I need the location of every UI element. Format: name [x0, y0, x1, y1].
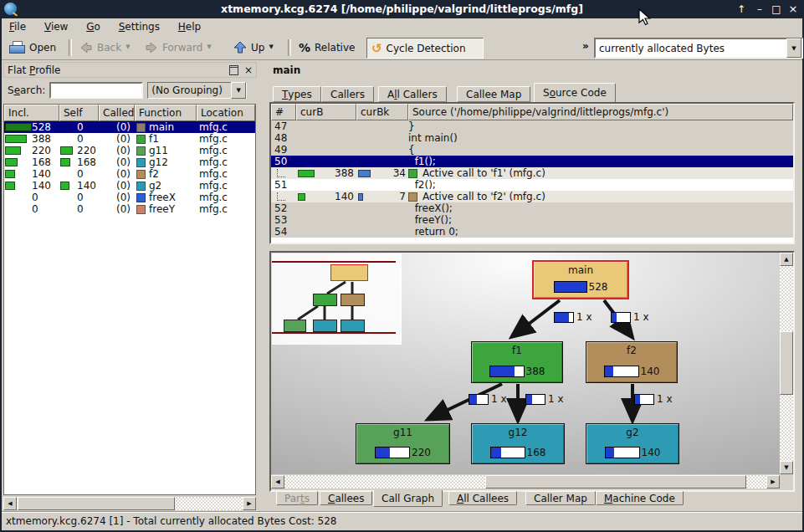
table-row-main[interactable]: 528 0 (0) main mfg.c	[4, 121, 255, 133]
source-line-selected[interactable]: 50 f1();	[271, 156, 793, 167]
up-button[interactable]: Up ▼	[229, 38, 278, 57]
tab-callers[interactable]: Callers	[321, 86, 374, 102]
dock-titlebar[interactable]: Flat Profile ×	[3, 62, 257, 78]
forward-button[interactable]: Forward ▼	[141, 38, 216, 57]
function-color-icon	[408, 192, 417, 202]
edge-label-f1-g11: 1 x	[469, 393, 507, 405]
menu-view[interactable]: View	[37, 18, 75, 36]
forward-arrow-icon	[145, 42, 158, 54]
table-row-g11[interactable]: 220 220 (0) g11 mfg.c	[4, 145, 255, 156]
table-row-f1[interactable]: 388 0 (0) f1 mfg.c	[4, 133, 255, 145]
toolbar-overflow-chevron[interactable]: »	[582, 40, 589, 52]
menu-help[interactable]: Help	[171, 18, 208, 36]
dock-float-icon[interactable]	[229, 65, 238, 75]
column-incl[interactable]: Incl.	[4, 105, 59, 121]
up-dropdown-icon[interactable]: ▼	[269, 44, 273, 50]
flat-profile-hscrollbar[interactable]: ◀ ▶	[3, 497, 256, 510]
table-row-freeY[interactable]: 0 0 (0) freeY mfg.c	[4, 203, 255, 215]
menu-go[interactable]: Go	[79, 18, 108, 36]
column-line[interactable]: #	[271, 104, 296, 120]
shade-button[interactable]: ↑	[734, 2, 749, 17]
tree-branch-icon	[277, 169, 285, 177]
graph-node-f2[interactable]: f2 140	[586, 341, 678, 383]
scrollbar-thumb[interactable]	[780, 331, 793, 395]
column-function[interactable]: Function	[135, 105, 197, 121]
scrollbar-thumb[interactable]	[485, 475, 746, 489]
source-line[interactable]: 53 freeY();	[271, 214, 793, 226]
tab-all-callees[interactable]: All Callees	[448, 491, 517, 505]
back-dropdown-icon[interactable]: ▼	[125, 44, 130, 50]
minimize-button[interactable]: –	[752, 2, 767, 17]
source-line[interactable]: 49{	[271, 144, 793, 156]
scroll-right-icon[interactable]: ▶	[243, 497, 256, 510]
source-line[interactable]: 52 freeX();	[271, 202, 793, 214]
tab-all-callers[interactable]: All Callers	[378, 86, 447, 102]
source-line[interactable]: 54 return 0;	[271, 226, 793, 238]
column-curb[interactable]: curB	[296, 104, 356, 120]
menu-file[interactable]: File	[2, 18, 33, 36]
call-graph-minimap[interactable]	[272, 253, 402, 345]
minimap-node	[313, 320, 337, 332]
table-row-g12[interactable]: 168 168 (0) g12 mfg.c	[4, 156, 255, 168]
relative-toggle[interactable]: % Relative	[294, 38, 359, 57]
function-color-icon	[136, 205, 146, 214]
call-graph-canvas[interactable]: main 528 f1 388 f2 140 g11 220 g12 168 g…	[271, 253, 780, 474]
source-header: # curB curBk Source ('/home/philippe/val…	[271, 104, 793, 120]
view-tabbar: Parts Callees Call Graph All Callees Cal…	[269, 491, 795, 509]
scroll-down-icon[interactable]: ▼	[780, 461, 793, 474]
tab-parts[interactable]: Parts	[276, 491, 318, 505]
scroll-up-icon[interactable]: ▲	[780, 253, 793, 266]
scrollbar-thumb[interactable]	[18, 497, 175, 510]
grouping-combobox[interactable]: (No Grouping) ▼	[147, 82, 247, 99]
title-bar[interactable]: xtmemory.kcg.6274 [/home/philippe/valgri…	[0, 0, 804, 18]
tab-call-graph[interactable]: Call Graph	[373, 490, 443, 507]
scroll-left-icon[interactable]: ◀	[271, 475, 284, 489]
status-text: xtmemory.kcg.6274 [1] - Total currently …	[6, 515, 336, 527]
dock-close-icon[interactable]: ×	[244, 64, 253, 76]
source-call-line-f1[interactable]: 388 34 Active call to 'f1' (mfg.c)	[271, 167, 793, 179]
column-self[interactable]: Self	[59, 105, 99, 121]
toolbar: Open Back ▼ Forward ▼ Up ▼ % Relative ↺ …	[2, 36, 802, 60]
maximize-button[interactable]: □	[769, 2, 784, 17]
graph-node-g11[interactable]: g11 220	[356, 423, 450, 464]
column-curbk[interactable]: curBk	[356, 104, 408, 120]
graph-node-g12[interactable]: g12 168	[471, 423, 565, 464]
forward-dropdown-icon[interactable]: ▼	[207, 44, 211, 50]
graph-vscrollbar[interactable]: ▲ ▼	[780, 253, 793, 474]
event-type-combobox[interactable]: currently allocated Bytes ▼	[594, 38, 803, 59]
tab-caller-map[interactable]: Caller Map	[525, 491, 596, 505]
graph-node-g2[interactable]: g2 140	[586, 423, 679, 464]
source-line[interactable]: 51 f2();	[271, 179, 793, 191]
tab-callee-map[interactable]: Callee Map	[457, 86, 530, 102]
column-called[interactable]: Called	[99, 105, 135, 121]
source-line[interactable]: 47}	[271, 120, 793, 132]
open-button[interactable]: Open	[5, 38, 60, 57]
tab-source-code[interactable]: Source Code	[534, 83, 616, 102]
tab-machine-code[interactable]: Machine Code	[596, 491, 684, 505]
back-button[interactable]: Back ▼	[75, 38, 135, 57]
combobox-dropdown-icon[interactable]: ▼	[786, 38, 801, 58]
grouping-dropdown-icon[interactable]: ▼	[231, 82, 246, 99]
menu-settings[interactable]: Settings	[111, 18, 167, 36]
scroll-left-icon[interactable]: ◀	[3, 497, 17, 510]
tab-callees[interactable]: Callees	[320, 491, 372, 505]
scroll-right-icon[interactable]: ▶	[766, 475, 780, 489]
graph-node-main[interactable]: main 528	[532, 260, 629, 299]
table-row-g2[interactable]: 140 140 (0) g2 mfg.c	[4, 180, 255, 192]
column-source[interactable]: Source ('/home/philippe/valgrind/littlep…	[408, 104, 793, 120]
cycle-detection-toggle[interactable]: ↺ Cycle Detection	[366, 38, 484, 59]
graph-node-f1[interactable]: f1 388	[471, 341, 563, 383]
edge-label-main-f2: 1 x	[611, 311, 649, 323]
call-graph-panel: main 528 f1 388 f2 140 g11 220 g12 168 g…	[269, 251, 795, 492]
tab-types[interactable]: Types	[273, 86, 321, 102]
graph-hscrollbar[interactable]: ◀ ▶	[271, 475, 780, 489]
column-location[interactable]: Location	[197, 105, 255, 121]
source-line[interactable]: 48int main()	[271, 132, 793, 144]
search-input[interactable]	[49, 82, 143, 99]
close-button[interactable]: ×	[786, 2, 801, 17]
tree-branch-icon	[277, 192, 285, 201]
table-row-freeX[interactable]: 0 0 (0) freeX mfg.c	[4, 192, 255, 203]
source-call-line-f2[interactable]: 140 7 Active call to 'f2' (mfg.c)	[271, 191, 793, 202]
table-row-f2[interactable]: 140 0 (0) f2 mfg.c	[4, 168, 255, 180]
event-type-value: currently allocated Bytes	[596, 41, 786, 56]
